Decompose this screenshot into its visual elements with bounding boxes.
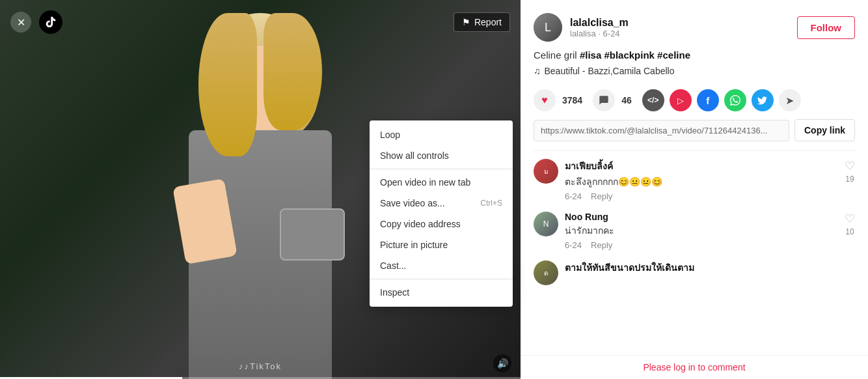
menu-item-copy-addr-label: Copy video address [380,219,461,229]
menu-item-pip[interactable]: Picture in picture [370,234,513,255]
report-icon: ⚑ [462,17,470,27]
url-row: https://www.tiktok.com/@lalalclisa_m/vid… [521,119,868,150]
whatsapp-share-button[interactable] [724,89,746,111]
report-label: Report [474,17,502,27]
menu-item-pip-label: Picture in picture [380,240,448,250]
comment-button[interactable] [593,89,615,111]
comment-like-count: 10 [845,227,854,236]
user-sub: lalalisa · 6-24 [570,29,789,38]
menu-divider-1 [370,169,513,169]
desc-hashtags: #lisa #blackpink #celine [580,49,690,61]
video-panel: ✕ ⚑ Report Loop Show all controls Open v… [0,0,521,379]
comment-heart[interactable]: ♡ [845,212,855,226]
comment-like: ♡ 10 [845,212,855,236]
reply-button[interactable]: Reply [591,191,612,201]
comment-username: มาเฟียบลิ้งค์ [565,159,838,173]
comment-content: ตามให้ทันสีขนาดปรมให้เดินตาม [565,260,855,275]
music-label: Beautiful - Bazzi,Camila Cabello [545,66,675,76]
reply-button[interactable]: Reply [591,240,612,250]
like-button[interactable]: ♥ [534,89,556,111]
copy-link-button[interactable]: Copy link [794,119,855,141]
url-display: https://www.tiktok.com/@lalalclisa_m/vid… [534,120,789,141]
user-info: lalalclisa_m lalalisa · 6-24 [570,17,789,38]
menu-item-loop-label: Loop [380,130,400,140]
login-prompt-text: Please log in to comment [643,362,745,372]
comment-date: 6-24 [565,240,582,250]
comment-item: ต ตามให้ทันสีขนาดปรมให้เดินตาม [534,260,855,285]
comment-count: 46 [621,95,632,105]
menu-item-cast-label: Cast... [380,260,406,271]
comment-text: ตะลึงลูกกกกก😊😐😐😊 [565,175,838,189]
menu-item-save-label: Save video as... [380,198,445,208]
menu-item-show-controls[interactable]: Show all controls [370,145,513,166]
comment-meta: 6-24 Reply [565,191,838,201]
embed-button[interactable]: </> [642,89,664,111]
login-prompt: Please log in to comment [521,355,868,379]
video-watermark: ♪♪TikTok [239,361,282,371]
twitter-share-button[interactable] [752,89,774,111]
comment-item: ม มาเฟียบลิ้งค์ ตะลึงลูกกกกก😊😐😐😊 6-24 Re… [534,159,855,201]
comment-like-count: 19 [845,175,854,184]
menu-item-save-video[interactable]: Save video as... Ctrl+S [370,193,513,214]
music-line: ♫ Beautiful - Bazzi,Camila Cabello [521,66,868,84]
comment-like: ♡ 19 [845,159,855,184]
volume-button[interactable]: 🔊 [493,354,511,372]
comment-text: น่ารักมากคะ [565,223,838,238]
menu-item-save-shortcut: Ctrl+S [480,199,502,208]
menu-item-open-tab-label: Open video in new tab [380,177,470,188]
right-panel: L lalalclisa_m lalalisa · 6-24 Follow Ce… [521,0,868,379]
menu-divider-2 [370,279,513,279]
comment-avatar: ม [534,159,558,184]
user-section: L lalalclisa_m lalalisa · 6-24 Follow [521,0,868,49]
comment-item: N Noo Rung น่ารักมากคะ 6-24 Reply ♡ 10 [534,212,855,250]
comment-avatar: ต [534,260,558,285]
like-count: 3784 [562,95,582,105]
menu-item-show-controls-label: Show all controls [380,150,449,161]
comment-content: มาเฟียบลิ้งค์ ตะลึงลูกกกกก😊😐😐😊 6-24 Repl… [565,159,838,201]
menu-item-loop[interactable]: Loop [370,124,513,145]
description: Celine gril #lisa #blackpink #celine [521,49,868,66]
menu-item-inspect[interactable]: Inspect [370,282,513,303]
menu-item-open-new-tab[interactable]: Open video in new tab [370,172,513,193]
follow-button[interactable]: Follow [797,16,856,39]
comment-meta: 6-24 Reply [565,240,838,250]
comment-heart[interactable]: ♡ [845,159,855,173]
close-button[interactable]: ✕ [10,12,31,33]
facebook-share-button[interactable]: f [697,89,719,111]
tiktok-share-button[interactable]: ▷ [670,89,692,111]
video-top-bar: ✕ ⚑ Report [0,0,521,44]
avatar: L [534,13,562,42]
menu-item-inspect-label: Inspect [380,287,409,298]
desc-normal: Celine gril [534,49,580,61]
music-icon: ♫ [534,66,541,76]
username: lalalclisa_m [570,17,789,29]
action-row: ♥ 3784 46 </> ▷ f ➤ [521,84,868,119]
comment-date: 6-24 [565,191,582,201]
report-button[interactable]: ⚑ Report [454,12,510,32]
menu-item-copy-address[interactable]: Copy video address [370,214,513,234]
comment-content: Noo Rung น่ารักมากคะ 6-24 Reply [565,212,838,250]
comment-avatar: N [534,212,558,236]
comment-username: Noo Rung [565,212,838,222]
comments-section[interactable]: ม มาเฟียบลิ้งค์ ตะลึงลูกกกกก😊😐😐😊 6-24 Re… [521,151,868,355]
share-more-button[interactable]: ➤ [779,89,801,111]
comment-username: ตามให้ทันสีขนาดปรมให้เดินตาม [565,260,855,275]
tiktok-logo [39,10,62,34]
menu-item-cast[interactable]: Cast... [370,255,513,276]
context-menu: Loop Show all controls Open video in new… [370,120,513,307]
